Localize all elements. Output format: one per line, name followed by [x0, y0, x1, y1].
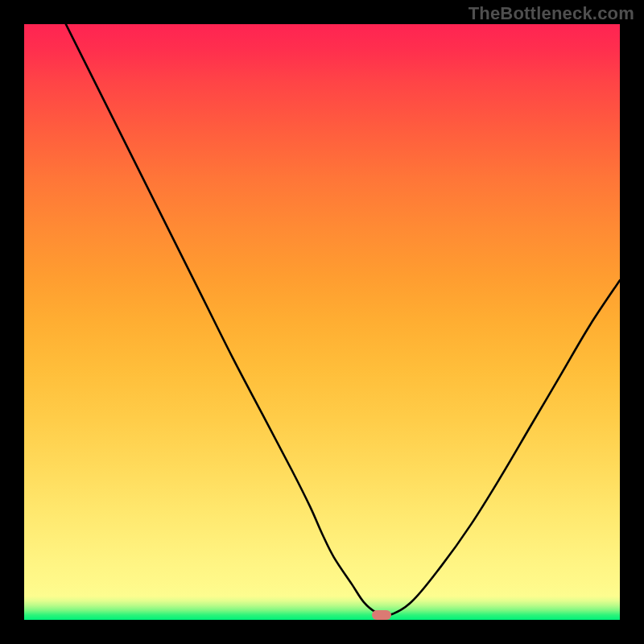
bottleneck-curve-path	[66, 24, 620, 617]
optimal-point-marker	[372, 610, 391, 620]
chart-frame: TheBottleneck.com	[0, 0, 644, 644]
curve-svg	[24, 24, 620, 620]
plot-area	[24, 24, 620, 620]
watermark-text: TheBottleneck.com	[469, 3, 634, 24]
